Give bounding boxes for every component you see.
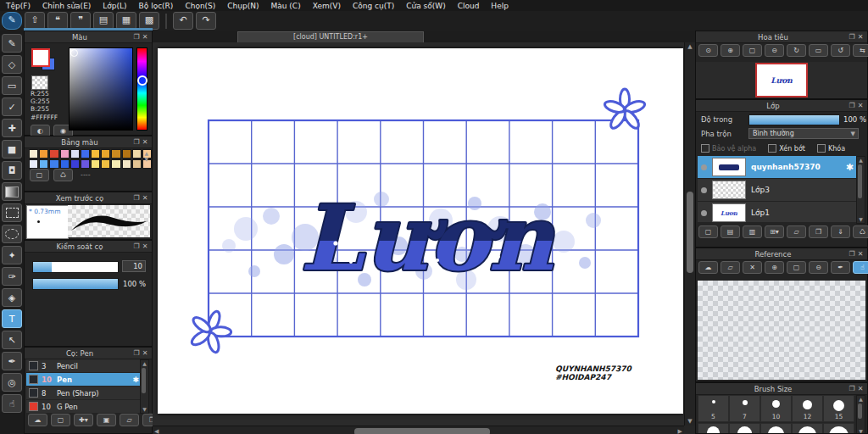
dropper-tool[interactable]: ◎: [2, 373, 22, 392]
transparent-color-swatch[interactable]: [31, 75, 48, 90]
palette-swatch[interactable]: [111, 159, 120, 169]
brush-folder-icon[interactable]: ▱: [120, 414, 139, 426]
brush-size-cell[interactable]: [792, 423, 823, 434]
popout-icon[interactable]: ❐: [132, 349, 141, 357]
close-icon[interactable]: ✕: [856, 102, 865, 109]
brush-size-slider[interactable]: [32, 261, 119, 273]
scrollbar-thumb[interactable]: [142, 368, 146, 393]
add-brush-icon[interactable]: ✚▾: [74, 414, 93, 426]
layer-opacity-slider[interactable]: [748, 114, 840, 125]
popout-icon[interactable]: ❐: [132, 194, 141, 202]
new-palette-icon[interactable]: ▢: [30, 169, 49, 181]
popout-icon[interactable]: ❐: [132, 242, 141, 250]
wand-tool[interactable]: ✦: [2, 246, 22, 264]
comment-icon[interactable]: ❝: [47, 12, 68, 30]
brush-size-cell-12[interactable]: 12: [792, 395, 823, 422]
scrollbar-thumb[interactable]: [858, 164, 862, 198]
scroll-down-icon[interactable]: ▼: [144, 156, 148, 162]
fit-screen-icon[interactable]: ▭: [809, 44, 828, 57]
close-icon[interactable]: ✕: [856, 33, 865, 41]
brush-size-cell[interactable]: [729, 423, 760, 434]
gradient-tool[interactable]: [2, 182, 22, 201]
popout-icon[interactable]: ❐: [132, 138, 141, 146]
operate-tool[interactable]: ↖: [2, 331, 22, 349]
ref-open-icon[interactable]: ▱: [721, 261, 740, 274]
palette-swatch[interactable]: [60, 149, 70, 159]
undo-icon[interactable]: ↶: [173, 12, 193, 30]
delete-layer-icon[interactable]: ♺: [853, 225, 868, 238]
ref-hand-icon[interactable]: ☝: [853, 261, 868, 274]
popout-icon[interactable]: ❐: [848, 102, 856, 109]
rotate-ccw-icon[interactable]: ↺: [831, 44, 850, 57]
menu-item-10[interactable]: Cloud: [452, 2, 486, 10]
brush-size-scrollbar[interactable]: ▲ ▼: [856, 395, 865, 434]
palette-swatch[interactable]: [81, 159, 90, 169]
palette-swatch[interactable]: [29, 149, 38, 159]
polyline-tool[interactable]: ✓: [2, 97, 22, 116]
brush-row-1[interactable]: 10Pen✱: [26, 373, 142, 387]
hue-marker[interactable]: [137, 75, 147, 86]
layer-row-0[interactable]: quynhanh57370✱: [698, 156, 857, 179]
scroll-down-icon[interactable]: ▼: [857, 428, 865, 434]
menu-item-11[interactable]: Help: [485, 2, 515, 10]
palette-swatch[interactable]: [91, 159, 100, 169]
upload-icon[interactable]: ⇧: [25, 12, 45, 30]
palette-swatch[interactable]: [70, 159, 80, 169]
flip-icon[interactable]: ⇆: [853, 44, 868, 57]
close-icon[interactable]: ✕: [141, 242, 149, 250]
new-layer-icon[interactable]: ▢: [698, 225, 718, 238]
pen-tool[interactable]: ✒: [2, 352, 22, 370]
saturation-value-picker[interactable]: [69, 47, 133, 131]
palette-swatch[interactable]: [39, 149, 48, 159]
palette-swatch[interactable]: [101, 149, 110, 159]
folder-icon[interactable]: ▱: [787, 225, 806, 238]
scroll-down-icon[interactable]: ▼: [141, 406, 148, 413]
scroll-down-icon[interactable]: ▼: [685, 417, 695, 426]
grid-edit-icon[interactable]: ▩: [139, 12, 159, 30]
duplicate-layer-icon[interactable]: ❐: [809, 225, 828, 238]
close-icon[interactable]: ✕: [141, 33, 149, 41]
brush-row-0[interactable]: 3Pencil: [26, 359, 142, 373]
lasso-tool[interactable]: [2, 225, 22, 243]
ref-cloud-icon[interactable]: ☁: [698, 261, 718, 274]
layer-row-2[interactable]: LươnLớp1: [698, 202, 857, 222]
protect-alpha-checkbox[interactable]: Bảo vệ alpha: [701, 144, 756, 153]
menu-item-1[interactable]: Chỉnh sửa(E): [36, 2, 97, 10]
cloud-download-icon[interactable]: ☁: [28, 414, 47, 426]
scroll-down-icon[interactable]: ▼: [857, 216, 865, 223]
palette-scroll-arrows[interactable]: ▲ ▼: [144, 150, 148, 162]
popout-icon[interactable]: ❐: [848, 385, 856, 392]
new-brush-icon[interactable]: ▢: [51, 414, 70, 426]
menu-item-4[interactable]: Chọn(S): [179, 2, 221, 10]
merge-layer-icon[interactable]: ⇓: [831, 225, 850, 238]
canvas[interactable]: Lươn QUYNHANH57370 #HOIDAP247: [158, 48, 683, 414]
brush-size-cell[interactable]: [823, 423, 854, 434]
close-icon[interactable]: ✕: [141, 138, 149, 146]
close-icon[interactable]: ✕: [856, 385, 865, 392]
menu-item-2[interactable]: Lớp(L): [97, 2, 132, 10]
scroll-up-icon[interactable]: ▲: [141, 360, 148, 367]
hand-tool[interactable]: ☝: [2, 394, 22, 413]
form-icon[interactable]: ▦: [116, 12, 136, 30]
canvas-vertical-scrollbar[interactable]: ▲ ▼: [684, 42, 695, 426]
popout-icon[interactable]: ❐: [132, 33, 141, 41]
canvas-horizontal-scrollbar[interactable]: ◀ ▶: [153, 426, 684, 434]
bucket-tool[interactable]: ◘: [2, 161, 22, 180]
palette-swatch[interactable]: [49, 149, 58, 159]
comment-lines-icon[interactable]: ❞: [70, 12, 91, 30]
layer-visibility-dot[interactable]: [701, 210, 707, 216]
scrollbar-thumb[interactable]: [687, 192, 693, 273]
scroll-up-icon[interactable]: ▲: [857, 157, 865, 164]
palette-swatch[interactable]: [29, 159, 38, 169]
menu-item-5[interactable]: Chụp(N): [221, 2, 264, 10]
popout-icon[interactable]: ❐: [848, 33, 856, 41]
layer-visibility-dot[interactable]: [701, 187, 707, 193]
rotate-cw-icon[interactable]: ↻: [787, 44, 806, 57]
brush-tool[interactable]: ✎: [2, 34, 22, 53]
layer-visibility-dot[interactable]: [701, 164, 707, 170]
brush-size-cell[interactable]: [698, 423, 729, 434]
hue-slider[interactable]: [136, 47, 147, 131]
palette-swatch[interactable]: [49, 159, 58, 169]
text-tool[interactable]: T: [2, 309, 22, 328]
new-8bit-layer-icon[interactable]: ▤: [721, 225, 740, 238]
